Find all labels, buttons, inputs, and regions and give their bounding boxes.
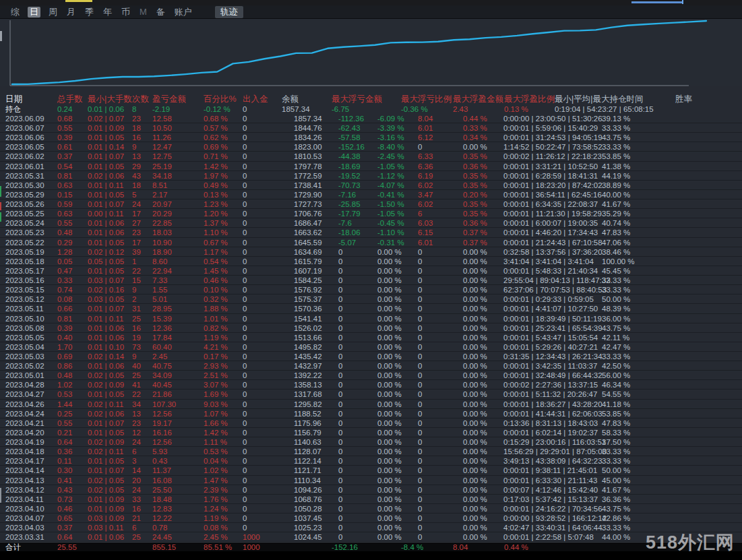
table-cell: 0.00 % — [463, 285, 487, 294]
tab-summary[interactable]: 综 — [9, 7, 21, 18]
table-cell: 0 — [338, 532, 342, 542]
table-cell: 20.29 — [152, 209, 172, 218]
tab-yearly[interactable]: 年 — [102, 7, 113, 18]
table-cell: 6 — [418, 209, 422, 218]
table-cell: 53.85 % — [602, 409, 630, 418]
table-cell: -17.79 — [338, 209, 361, 218]
table-cell: 0 — [338, 276, 342, 285]
tab-currency[interactable]: 币 — [120, 7, 131, 18]
table-row[interactable]: 2023.04.170.110.01 | 0.0530.430.04 %0112… — [0, 456, 742, 466]
table-row[interactable]: 2023.04.200.210.01 | 0.051216.161.42 %01… — [0, 428, 742, 437]
column-header: 最大浮盈金额 — [453, 94, 503, 104]
table-cell: 48.39 % — [602, 304, 630, 313]
table-row[interactable]: 2023.04.110.730.01 | 0.093318.481.76 %01… — [0, 495, 742, 504]
tab-quarterly[interactable]: 季 — [84, 7, 95, 18]
table-cell: 2023.04.21 — [5, 418, 44, 428]
table-row[interactable]: 2023.05.191.280.02 | 0.123918.901.17 %01… — [0, 247, 742, 257]
table-row[interactable]: 2023.04.190.640.02 | 0.092412.561.11 %01… — [0, 437, 742, 447]
table-row[interactable]: 2023.05.150.740.02 | 0.1691.550.10 %0157… — [0, 285, 742, 294]
table-cell: 0 — [418, 380, 422, 390]
table-row[interactable]: 2023.06.090.680.02 | 0.072312.580.68 %01… — [0, 114, 742, 123]
table-cell: 0.00 % — [377, 495, 402, 504]
table-row[interactable]: 2023.04.030.370.03 | 0.1160.780.08 %0102… — [0, 523, 742, 532]
table-cell: 17 — [132, 209, 141, 218]
table-row[interactable]: 2023.04.261.440.02 | 0.1134107.309.03 %0… — [0, 400, 742, 409]
table-cell: 0.81 — [57, 171, 72, 181]
table-cell: 2023.05.04 — [5, 342, 44, 352]
table-row[interactable]: 2023.06.020.370.01 | 0.071312.750.71 %01… — [0, 152, 742, 161]
table-row[interactable]: 2023.05.100.810.01 | 0.112515.391.01 %01… — [0, 314, 742, 323]
table-row[interactable]: 2023.04.240.250.02 | 0.061312.561.07 %01… — [0, 409, 742, 418]
tab-daily[interactable]: 日 — [28, 7, 40, 18]
table-cell: 1.69 % — [204, 390, 228, 399]
table-cell: 0.20 % — [463, 190, 487, 199]
trace-button[interactable]: 轨迹 — [215, 6, 243, 18]
table-row[interactable]: 2023.05.290.150.01 | 0.0552.170.13 %0172… — [0, 190, 742, 199]
table-cell: 0.17 % — [204, 352, 228, 361]
table-row[interactable]: 2023.06.060.390.01 | 0.051611.260.62 %01… — [0, 133, 742, 142]
table-cell: 0.00 % — [377, 456, 402, 466]
table-row[interactable]: 2023.04.070.650.03 | 0.092112.221.19 %01… — [0, 514, 742, 523]
table-row[interactable]: 2023.04.100.460.01 | 0.091612.831.24 %01… — [0, 504, 742, 514]
table-row[interactable]: 2023.05.230.480.01 | 0.062318.031.10 %01… — [0, 228, 742, 237]
table-row[interactable]: 2023.05.240.550.01 | 0.062722.851.37 %01… — [0, 218, 742, 228]
table-cell: -6.09 % — [377, 114, 404, 123]
table-row[interactable]: 2023.05.050.400.01 | 0.061917.841.19 %01… — [0, 333, 742, 342]
table-row[interactable]: 2023.05.120.080.03 | 0.0525.010.32 %0157… — [0, 294, 742, 304]
table-cell: 56.00 % — [602, 371, 630, 380]
table-row[interactable]: 2023.06.050.610.01 | 0.14912.470.69 %018… — [0, 142, 742, 152]
tab-account[interactable]: 账户 — [173, 7, 193, 18]
table-row[interactable]: 2023.06.070.550.01 | 0.091810.500.57 %01… — [0, 123, 742, 133]
table-cell: 0.61 — [57, 142, 72, 152]
table-row[interactable]: 2023.04.270.530.01 | 0.052221.861.69 %01… — [0, 390, 742, 399]
table-cell: 0 — [243, 228, 247, 237]
table-row[interactable]: 2023.05.110.660.01 | 0.073128.951.88 %01… — [0, 304, 742, 313]
table-cell: 40.00 % — [602, 190, 630, 199]
tab-weekly[interactable]: 周 — [47, 7, 59, 18]
table-row[interactable]: 2023.04.210.550.01 | 0.072319.171.66 %01… — [0, 418, 742, 428]
table-row[interactable]: 2023.05.250.630.00 | 0.111720.291.20 %01… — [0, 209, 742, 218]
table-cell: 25.19 — [152, 162, 172, 171]
table-row[interactable]: 2023.05.041.700.01 | 0.107360.404.21 %01… — [0, 342, 742, 352]
table-row[interactable]: 2023.05.310.810.02 | 0.064334.181.97 %01… — [0, 171, 742, 181]
table-cell: 0.37 % — [463, 228, 487, 237]
table-cell: 9.03 % — [204, 400, 228, 409]
table-cell: -7.6 — [338, 218, 352, 228]
table-cell: 0.00 % — [463, 247, 487, 257]
table-row[interactable]: 2023.05.260.590.01 | 0.072420.971.23 %01… — [0, 199, 742, 209]
table-row[interactable]: 2023.05.300.630.01 | 0.11188.510.49 %017… — [0, 181, 742, 190]
table-row[interactable]: 2023.05.160.330.03 | 0.07157.330.46 %015… — [0, 276, 742, 285]
position-summary-row[interactable]: 持仓0.240.01 | 0.068-2.19-0.12 %01857.34-6… — [0, 104, 742, 114]
table-cell: 0:17:03 | 5:37:42 | 15:13:37 — [503, 495, 598, 504]
table-cell: 0.01 | 0.05 — [88, 133, 124, 142]
table-row[interactable]: 2023.04.130.410.02 | 0.052016.081.47 %01… — [0, 476, 742, 485]
table-row[interactable]: 2023.05.030.690.02 | 0.1492.450.17 %0143… — [0, 352, 742, 361]
table-row[interactable]: 2023.05.220.290.01 | 0.051710.900.67 %01… — [0, 238, 742, 247]
table-cell: 18 — [132, 123, 141, 133]
table-cell: 0 — [338, 304, 342, 313]
table-row[interactable]: 2023.03.310.640.01 | 0.062524.452.45 %10… — [0, 532, 742, 542]
table-row[interactable]: 2023.05.080.390.01 | 0.061612.360.82 %01… — [0, 323, 742, 333]
table-cell: 0.43 — [57, 485, 72, 495]
table-row[interactable]: 2023.05.180.050.05 | 0.0518.600.54 %0161… — [0, 257, 742, 266]
table-row[interactable]: 2023.04.281.020.02 | 0.094140.453.07 %01… — [0, 380, 742, 390]
table-row[interactable]: 2023.04.180.360.02 | 0.1165.930.53 %0112… — [0, 447, 742, 456]
table-row[interactable]: 2023.04.120.430.02 | 0.052425.502.39 %01… — [0, 485, 742, 495]
table-cell: -3.39 % — [377, 123, 404, 133]
table-cell: 1834.26 — [294, 133, 322, 142]
table-cell: 0.03 | 0.09 — [88, 514, 124, 523]
table-cell: 0 — [338, 390, 342, 399]
table-row[interactable]: 2023.05.170.470.01 | 0.052222.941.45 %01… — [0, 266, 742, 276]
table-cell: 1.42 % — [204, 162, 228, 171]
table-row[interactable]: 2023.05.010.480.02 | 0.052534.092.51 %01… — [0, 371, 742, 380]
table-row[interactable]: 2023.05.020.860.01 | 0.064040.752.93 %01… — [0, 361, 742, 371]
table-cell: 1392.22 — [294, 371, 322, 380]
tab-monthly[interactable]: 月 — [65, 7, 77, 18]
table-row[interactable]: 2023.04.140.300.01 | 0.071411.371.02 %01… — [0, 466, 742, 475]
tab-m[interactable]: M — [138, 7, 148, 18]
table-cell: 0 — [338, 285, 342, 294]
table-cell: 1.47 % — [204, 476, 228, 485]
table-cell: 1.28 — [57, 247, 72, 257]
table-row[interactable]: 2023.06.010.540.01 | 0.052925.191.42 %01… — [0, 162, 742, 171]
tab-notes[interactable]: 备 — [155, 7, 166, 18]
